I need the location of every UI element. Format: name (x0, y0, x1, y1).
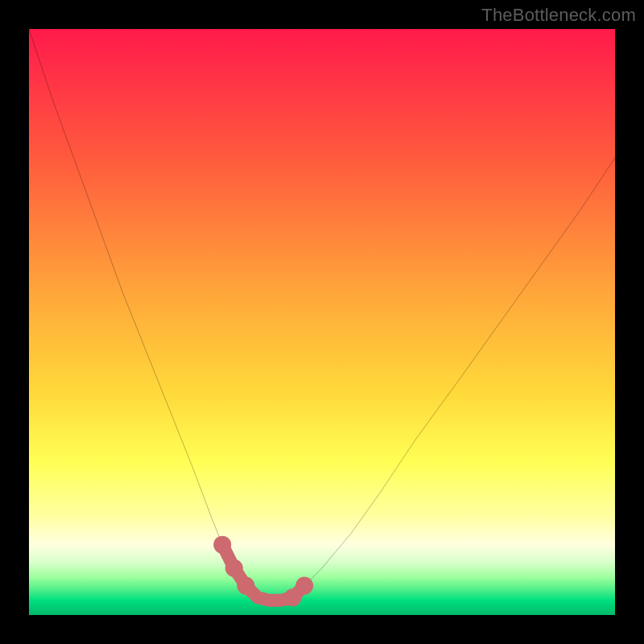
outer-frame: TheBottleneck.com (0, 0, 644, 644)
watermark-text: TheBottleneck.com (481, 5, 636, 26)
minimum-highlight-dot (295, 577, 313, 595)
bottleneck-curve-line (29, 29, 615, 601)
minimum-highlight (213, 536, 313, 607)
minimum-highlight-dot (225, 559, 243, 577)
minimum-highlight-dot (213, 536, 231, 554)
minimum-highlight-dot (237, 577, 254, 595)
plot-area (29, 29, 615, 615)
chart-svg (29, 29, 615, 615)
